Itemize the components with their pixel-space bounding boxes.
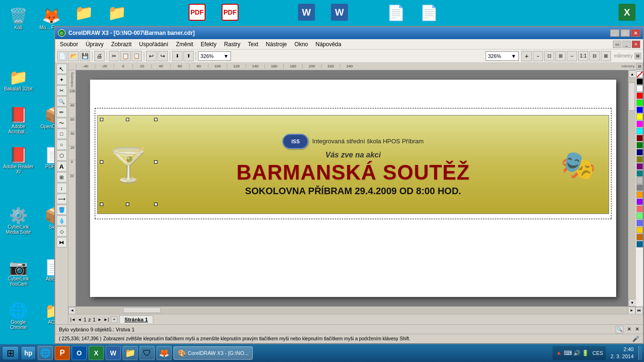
menu-napoveda[interactable]: Nápověda [312, 40, 345, 49]
lightgreen-swatch[interactable] [636, 213, 643, 219]
steelblue-swatch[interactable] [636, 241, 643, 247]
no-fill-swatch[interactable] [636, 71, 643, 78]
page-prev-btn[interactable]: ◄ [77, 317, 82, 322]
menu-zmenit[interactable]: Změnit [172, 40, 197, 49]
connect-tool[interactable]: ⟶ [57, 194, 67, 204]
save-btn[interactable]: 💾 [80, 51, 90, 61]
taskbar-powerpoint[interactable]: P [55, 346, 70, 360]
selection-handle-mr[interactable] [154, 160, 157, 164]
darkred-swatch[interactable] [636, 135, 643, 141]
violet-swatch[interactable] [636, 198, 643, 205]
snap-btn-2[interactable]: ⊠ [601, 51, 611, 61]
lightred-swatch[interactable] [636, 206, 643, 212]
inner-minimize[interactable]: _ [622, 41, 631, 48]
select-tool[interactable]: ↖ [57, 64, 67, 74]
open-btn[interactable]: 📂 [68, 51, 79, 61]
blend-tool[interactable]: ⧓ [57, 237, 67, 247]
clock[interactable]: 2:40 2. 3. 2014 [608, 346, 636, 361]
snap-btn-1[interactable]: ⊟ [589, 51, 600, 61]
green-swatch[interactable] [636, 99, 643, 106]
desktop-file-1[interactable]: 📄 [382, 4, 410, 22]
tray-battery[interactable]: 🔋 [582, 350, 589, 356]
taskbar-shield[interactable]: 🛡 [140, 346, 155, 360]
selection-handle-ml[interactable] [100, 160, 103, 164]
maximize-button[interactable]: □ [620, 29, 630, 37]
zoom-select-2[interactable]: 326%▼ [486, 51, 519, 61]
blue-swatch[interactable] [636, 107, 643, 113]
desktop-word-1[interactable]: W [292, 4, 321, 21]
ruler-corner-btn[interactable]: ▤ [636, 63, 643, 70]
taskbar-word[interactable]: W [106, 346, 121, 360]
tray-volume[interactable]: 🔊 [573, 350, 580, 356]
desktop-icon-cyberlink[interactable]: ⚙️ CyberLink Media Suite [2, 206, 34, 235]
black-swatch[interactable] [636, 78, 643, 85]
desktop-icon-youcam[interactable]: 📷 CyberLink YouCam [2, 258, 34, 287]
desktop-pdf-2[interactable]: PDF [216, 4, 244, 21]
text-tool[interactable]: A [57, 161, 67, 172]
tray-keyboard[interactable]: ⌨ [564, 350, 572, 356]
page-add-btn[interactable]: + [111, 316, 117, 323]
page-next-btn[interactable]: ► [98, 317, 102, 322]
zoom-select[interactable]: 326%▼ [198, 51, 231, 61]
desktop-excel[interactable]: X [613, 4, 641, 21]
hscroll-right[interactable]: ► [628, 307, 636, 314]
desktop-folder-1[interactable]: 📁 [70, 4, 98, 22]
silver-swatch[interactable] [636, 177, 643, 184]
export-btn[interactable]: ⬆ [183, 51, 194, 61]
menu-efekty[interactable]: Efekty [197, 40, 220, 49]
corner-btn[interactable]: ▤ [635, 53, 641, 59]
selection-handle-tc[interactable] [126, 118, 129, 121]
canvas-body[interactable]: 🍸 🎭 [76, 70, 628, 306]
desktop-icon-bakalar[interactable]: 📁 Bakaláři 32bit [2, 68, 34, 91]
desktop-file-2[interactable]: 📄 [415, 4, 443, 22]
yellow-swatch[interactable] [636, 114, 643, 120]
inner-close[interactable]: ✕ [632, 41, 640, 48]
page-tab[interactable]: Stránka 1 [119, 315, 153, 323]
menu-rastry[interactable]: Rastry [220, 40, 244, 49]
desktop-icon-adobe-acrobat[interactable]: 📕 Adobe Acrobat... [2, 106, 34, 134]
close-button[interactable]: ✕ [631, 29, 640, 37]
desktop-icon-adobe-reader[interactable]: 📕 Adobe Reader XI [2, 146, 34, 174]
undo-btn[interactable]: ↩ [146, 51, 157, 61]
selection-handle-br[interactable] [154, 203, 157, 206]
menu-zobrazit[interactable]: Zobrazit [107, 40, 135, 49]
table-tool[interactable]: ⊞ [57, 172, 67, 182]
ellipse-tool[interactable]: ○ [57, 140, 67, 150]
desktop-icon-kos[interactable]: 🗑️ Koš [2, 7, 34, 30]
olive-swatch[interactable] [636, 156, 643, 163]
zoom-in-btn[interactable]: + [521, 51, 532, 61]
desktop-word-2[interactable]: W [325, 4, 354, 21]
taskbar-chrome[interactable]: 🌐 [38, 346, 53, 360]
taskbar-files[interactable]: 📁 [123, 346, 138, 360]
zoom-page-btn[interactable]: ⊞ [555, 51, 566, 61]
red-swatch[interactable] [636, 92, 643, 99]
desktop-icon-chrome[interactable]: 🌐 Google Chrome [2, 302, 34, 330]
zoom-actual-btn[interactable]: 1:1 [578, 51, 588, 61]
zoom-fit-btn[interactable]: ⊡ [544, 51, 554, 61]
tray-up-arrow[interactable]: 🔺 [555, 350, 562, 356]
freehand-tool[interactable]: ✏ [57, 107, 67, 117]
darkgreen-swatch[interactable] [636, 142, 643, 148]
smart-tool[interactable]: 〜 [57, 118, 67, 128]
taskbar-outlook[interactable]: O [72, 346, 87, 360]
cyan-swatch[interactable] [636, 128, 643, 134]
zoom-width-btn[interactable]: ↔ [567, 51, 577, 61]
dim-tool[interactable]: ↕ [57, 183, 67, 193]
menu-nastroje[interactable]: Nástroje [262, 40, 291, 49]
menu-upravy[interactable]: Úpravy [82, 40, 107, 49]
menu-text[interactable]: Text [244, 40, 262, 49]
zoom-out-btn[interactable]: - [533, 51, 543, 61]
crop-tool[interactable]: ✂ [57, 85, 67, 96]
teal-swatch[interactable] [636, 170, 643, 177]
desktop-pdf-1[interactable]: PDF [183, 4, 211, 21]
fill-tool[interactable]: 🪣 [57, 205, 67, 215]
copy-btn[interactable]: 📋 [120, 51, 131, 61]
hscroll-left[interactable]: ◄ [68, 307, 76, 314]
redo-btn[interactable]: ↪ [157, 51, 168, 61]
page-first-btn[interactable]: |◄ [70, 317, 75, 322]
new-btn[interactable]: 📄 [57, 51, 67, 61]
print-btn[interactable]: 🖨 [94, 51, 105, 61]
shape-tool[interactable]: ✦ [57, 74, 67, 85]
hscroll-track[interactable] [76, 307, 628, 314]
taskbar-excel[interactable]: X [89, 346, 104, 360]
